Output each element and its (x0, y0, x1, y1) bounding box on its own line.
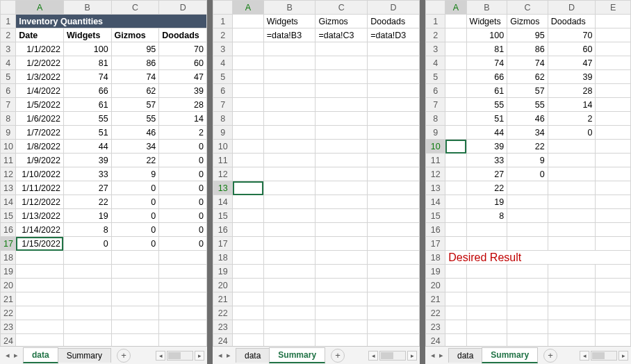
tab-nav-prev-icon[interactable]: ◂ (6, 351, 10, 360)
cell[interactable]: 60 (159, 56, 207, 70)
table-row[interactable]: 9 (213, 126, 420, 140)
cell-date[interactable]: 1/1/2022 (16, 42, 64, 56)
row-header[interactable]: 18 (1, 251, 16, 265)
cell[interactable] (445, 84, 466, 98)
table-row[interactable]: 11339 (426, 154, 631, 167)
scroll-left-button[interactable]: ◂ (368, 351, 378, 361)
cell[interactable] (316, 279, 368, 292)
cell[interactable] (368, 265, 420, 279)
cell[interactable] (263, 334, 316, 347)
cell[interactable]: 9 (507, 154, 548, 167)
cell[interactable] (507, 334, 548, 347)
cell[interactable] (263, 98, 316, 112)
cell[interactable] (233, 126, 263, 140)
cell[interactable] (445, 195, 466, 209)
cell[interactable] (445, 56, 466, 70)
row-header[interactable]: 23 (213, 320, 233, 334)
cell[interactable] (548, 209, 596, 223)
tab-nav-prev-icon[interactable]: ◂ (431, 351, 435, 360)
cell[interactable] (466, 223, 507, 237)
table-row[interactable]: 21 (426, 292, 631, 306)
cell[interactable]: 39 (63, 154, 111, 167)
cell[interactable] (263, 140, 316, 154)
cell-date[interactable]: 1/12/2022 (16, 195, 64, 209)
cell[interactable] (548, 140, 596, 154)
table-row[interactable]: 17 (426, 237, 631, 251)
cell[interactable]: 86 (111, 56, 159, 70)
cell[interactable] (596, 28, 631, 42)
cell[interactable] (507, 306, 548, 320)
cell-date[interactable]: 1/10/2022 (16, 167, 64, 181)
table-row[interactable]: 20 (426, 279, 631, 292)
cell[interactable] (445, 167, 466, 181)
cell[interactable] (596, 320, 631, 334)
cell[interactable]: 57 (111, 98, 159, 112)
header-gizmos[interactable]: Gizmos (507, 15, 548, 28)
cell[interactable] (16, 279, 64, 292)
cell[interactable]: 0 (111, 181, 159, 195)
row-header[interactable]: 22 (213, 306, 233, 320)
cell[interactable]: 47 (548, 56, 596, 70)
cell[interactable] (548, 279, 596, 292)
cell[interactable] (368, 140, 420, 154)
table-row[interactable]: 6615728 (426, 84, 631, 98)
cell[interactable] (233, 320, 263, 334)
table-row[interactable]: 851462 (426, 112, 631, 126)
cell-date[interactable]: 1/5/2022 (16, 98, 64, 112)
cell[interactable] (368, 320, 420, 334)
row-header[interactable]: 9 (213, 126, 233, 140)
cell[interactable] (466, 306, 507, 320)
table-row[interactable]: 101/8/202244340 (1, 140, 207, 154)
tab-nav-next-icon[interactable]: ▸ (227, 351, 231, 360)
h-scrollbar[interactable]: ◂ ▸ (368, 351, 420, 361)
col-header-B[interactable]: B (63, 1, 111, 15)
row-header[interactable]: 24 (426, 334, 445, 347)
row-header[interactable]: 19 (1, 265, 16, 279)
header-doodads[interactable]: Doodads (159, 28, 207, 42)
cell[interactable]: 51 (63, 126, 111, 140)
row-header[interactable]: 1 (426, 15, 445, 28)
cell[interactable] (233, 42, 263, 56)
row-header[interactable]: 20 (1, 279, 16, 292)
cell[interactable] (233, 98, 263, 112)
cell[interactable] (263, 84, 316, 98)
table-row[interactable]: 10 (213, 140, 420, 154)
cell[interactable] (368, 306, 420, 320)
row-header[interactable]: 3 (426, 42, 445, 56)
tab-nav-next-icon[interactable]: ▸ (439, 351, 443, 360)
cell[interactable]: 66 (466, 70, 507, 84)
cell[interactable] (316, 154, 368, 167)
cell[interactable] (111, 251, 159, 265)
cell[interactable]: 28 (159, 98, 207, 112)
cell[interactable]: 61 (63, 98, 111, 112)
cell[interactable] (507, 292, 548, 306)
h-scrollbar[interactable]: ◂ ▸ (580, 351, 631, 361)
cell[interactable] (445, 279, 466, 292)
cell[interactable] (263, 154, 316, 167)
cell[interactable] (445, 28, 466, 42)
cell[interactable] (316, 126, 368, 140)
cell[interactable]: 0 (159, 140, 207, 154)
cell[interactable]: 0 (159, 209, 207, 223)
scroll-track[interactable] (591, 351, 617, 361)
cell[interactable]: 44 (466, 126, 507, 140)
row-header[interactable]: 13 (213, 181, 233, 195)
col-header-D[interactable]: D (159, 1, 207, 15)
row-header[interactable]: 2 (1, 28, 16, 42)
cell[interactable] (16, 292, 64, 306)
cell[interactable]: 28 (548, 84, 596, 98)
cell-date[interactable]: 1/8/2022 (16, 140, 64, 154)
col-header-C[interactable]: C (111, 1, 159, 15)
table-row[interactable]: 103922 (426, 140, 631, 154)
cell[interactable] (368, 126, 420, 140)
row-header[interactable]: 10 (1, 140, 16, 154)
cell[interactable] (466, 334, 507, 347)
table-row[interactable]: 18 (1, 251, 207, 265)
cell[interactable] (507, 279, 548, 292)
cell[interactable] (111, 265, 159, 279)
column-header-row[interactable]: A B C D E (426, 1, 631, 15)
cell[interactable]: 81 (466, 42, 507, 56)
table-row[interactable]: 18 (213, 251, 420, 265)
cell-date[interactable]: 1/11/2022 (16, 181, 64, 195)
scroll-right-button[interactable]: ▸ (618, 351, 628, 361)
